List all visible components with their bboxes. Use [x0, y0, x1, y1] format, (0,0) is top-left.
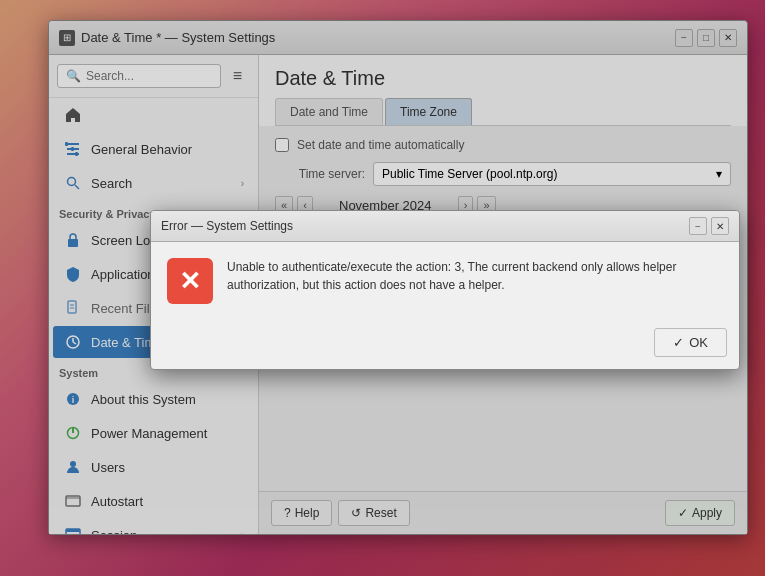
error-minimize-button[interactable]: −	[689, 217, 707, 235]
error-body: ✕ Unable to authenticate/execute the act…	[151, 242, 739, 320]
error-x-icon: ✕	[179, 268, 201, 294]
ok-label: OK	[689, 335, 708, 350]
error-message: Unable to authenticate/execute the actio…	[227, 258, 723, 294]
ok-checkmark-icon: ✓	[673, 335, 684, 350]
error-icon-box: ✕	[167, 258, 213, 304]
error-footer: ✓ OK	[151, 320, 739, 369]
error-dialog: Error — System Settings − ✕ ✕ Unable to …	[150, 210, 740, 370]
error-title-bar: Error — System Settings − ✕	[151, 211, 739, 242]
ok-button[interactable]: ✓ OK	[654, 328, 727, 357]
error-title: Error — System Settings	[161, 219, 293, 233]
error-title-controls: − ✕	[689, 217, 729, 235]
error-close-button[interactable]: ✕	[711, 217, 729, 235]
